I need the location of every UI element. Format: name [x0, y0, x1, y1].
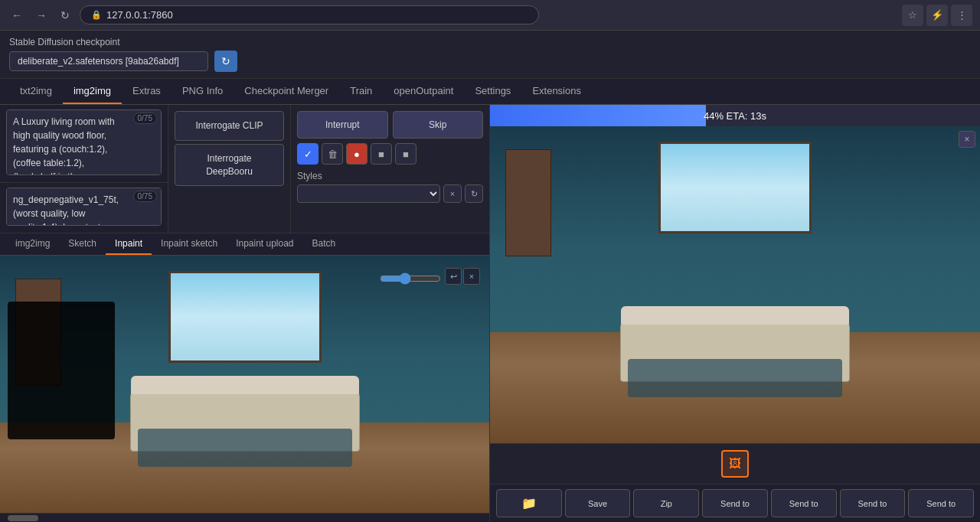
tab-train[interactable]: Train	[339, 79, 383, 104]
refresh-checkpoint-button[interactable]: ↻	[214, 51, 237, 72]
back-button[interactable]: ←	[8, 7, 26, 24]
interrogate-clip-button[interactable]: Interrogate CLIP	[175, 111, 284, 141]
forward-button[interactable]: →	[32, 7, 51, 24]
brush-slider-area	[380, 272, 441, 285]
reload-button[interactable]: ↻	[57, 7, 74, 24]
output-image-area: ×	[490, 126, 980, 443]
generate-panel: Interrupt Skip ✓ 🗑 ● ■ ■ Styles × ↻	[290, 105, 489, 233]
tab-png-info[interactable]: PNG Info	[172, 79, 234, 104]
checkpoint-select[interactable]: deliberate_v2.safetensors [9aba26abdf]	[9, 51, 208, 71]
sub-tab-img2img[interactable]: img2img	[6, 233, 59, 255]
room-window	[168, 271, 322, 363]
scrollbar-thumb[interactable]	[8, 515, 38, 521]
progress-bar-container: 44% ETA: 13s	[490, 105, 980, 126]
menu-icon[interactable]: ⋮	[951, 5, 972, 26]
sub-tab-batch[interactable]: Batch	[303, 233, 345, 255]
close-output-button[interactable]: ×	[959, 131, 975, 148]
style-icon-red[interactable]: ●	[346, 143, 368, 165]
style-icon-square1[interactable]: ■	[371, 143, 392, 165]
zip-button[interactable]: Zip	[633, 489, 699, 517]
main-content: 0/75 0/75 Interrogate CLIP Interrogate D…	[0, 105, 980, 522]
open-folder-button[interactable]: 📁	[496, 489, 562, 517]
tab-open-outpaint[interactable]: openOutpaint	[383, 79, 464, 104]
sub-tab-inpaint-sketch[interactable]: Inpaint sketch	[152, 233, 227, 255]
sub-tab-inpaint[interactable]: Inpaint	[106, 233, 152, 255]
styles-input-row: × ↻	[297, 184, 483, 203]
sub-tab-sketch[interactable]: Sketch	[59, 233, 106, 255]
right-panel: 44% ETA: 13s × 🖼 📁 Save Zip S	[490, 105, 980, 522]
canvas-scrollbar[interactable]	[0, 513, 489, 522]
inpaint-mask	[8, 302, 115, 439]
left-panel: 0/75 0/75 Interrogate CLIP Interrogate D…	[0, 105, 490, 522]
bookmark-icon[interactable]: ☆	[902, 5, 923, 26]
tab-img2img[interactable]: img2img	[63, 79, 122, 104]
interrogate-panel: Interrogate CLIP Interrogate DeepBooru	[168, 105, 290, 233]
save-button[interactable]: Save	[565, 489, 631, 517]
browser-chrome: ← → ↻ 🔒 127.0.0.1:7860 ☆ ⚡ ⋮	[0, 0, 980, 31]
url-text: 127.0.0.1:7860	[106, 9, 173, 21]
output-toolbar: 🖼	[490, 443, 980, 484]
tab-extras[interactable]: Extras	[122, 79, 172, 104]
output-room-window	[658, 142, 812, 233]
negative-token-counter: 0/75	[133, 191, 157, 202]
checkpoint-row: deliberate_v2.safetensors [9aba26abdf] ↻	[9, 51, 971, 72]
room-rug	[138, 429, 352, 467]
positive-prompt-wrapper: 0/75	[0, 105, 168, 183]
styles-label: Styles	[297, 171, 483, 181]
send-to-button-1[interactable]: Send to	[702, 489, 768, 517]
positive-token-counter: 0/75	[133, 113, 157, 124]
prompts-column: 0/75 0/75	[0, 105, 168, 233]
output-image-icon-button[interactable]: 🖼	[721, 450, 749, 478]
styles-apply-button[interactable]: ↻	[465, 184, 483, 203]
send-to-button-4[interactable]: Send to	[908, 489, 974, 517]
checkpoint-label: Stable Diffusion checkpoint	[9, 37, 971, 47]
style-icon-square2[interactable]: ■	[395, 143, 416, 165]
address-bar[interactable]: 🔒 127.0.0.1:7860	[80, 5, 539, 24]
extensions-icon[interactable]: ⚡	[926, 5, 948, 26]
bottom-buttons: 📁 Save Zip Send to Send to Send to Send …	[490, 484, 980, 522]
styles-select[interactable]	[297, 184, 440, 203]
undo-button[interactable]: ↩	[445, 268, 462, 285]
style-icons-row: ✓ 🗑 ● ■ ■	[297, 143, 483, 165]
style-icon-trash[interactable]: 🗑	[322, 143, 343, 165]
style-icon-check[interactable]: ✓	[297, 143, 318, 165]
progress-text: 44% ETA: 13s	[490, 110, 980, 122]
interrogate-deepbooru-button[interactable]: Interrogate DeepBooru	[175, 144, 284, 187]
styles-clear-button[interactable]: ×	[443, 184, 462, 203]
negative-prompt-wrapper: 0/75	[0, 183, 168, 233]
tab-settings[interactable]: Settings	[464, 79, 521, 104]
app-container: Stable Diffusion checkpoint deliberate_v…	[0, 31, 980, 522]
main-tabs: txt2img img2img Extras PNG Info Checkpoi…	[0, 79, 980, 105]
output-room-bookshelf	[505, 149, 551, 256]
send-to-button-2[interactable]: Send to	[771, 489, 837, 517]
brush-size-slider[interactable]	[380, 272, 441, 285]
send-to-button-3[interactable]: Send to	[840, 489, 906, 517]
lock-icon: 🔒	[91, 10, 102, 20]
sub-tab-inpaint-upload[interactable]: Inpaint upload	[227, 233, 302, 255]
browser-icons: ☆ ⚡ ⋮	[902, 5, 972, 26]
close-canvas-button[interactable]: ×	[463, 268, 480, 285]
top-toolbar: Stable Diffusion checkpoint deliberate_v…	[0, 31, 980, 79]
sub-tabs: img2img Sketch Inpaint Inpaint sketch In…	[0, 233, 489, 256]
generate-btn-row: Interrupt Skip	[297, 111, 483, 139]
prompts-and-controls: 0/75 0/75 Interrogate CLIP Interrogate D…	[0, 105, 489, 233]
tab-extensions[interactable]: Extensions	[521, 79, 592, 104]
output-room-rug	[628, 359, 842, 397]
tab-txt2img[interactable]: txt2img	[9, 79, 63, 104]
tab-checkpoint-merger[interactable]: Checkpoint Merger	[234, 79, 339, 104]
skip-button[interactable]: Skip	[393, 111, 484, 139]
canvas-area[interactable]: ↩ ×	[0, 256, 489, 513]
interrupt-button[interactable]: Interrupt	[297, 111, 388, 139]
